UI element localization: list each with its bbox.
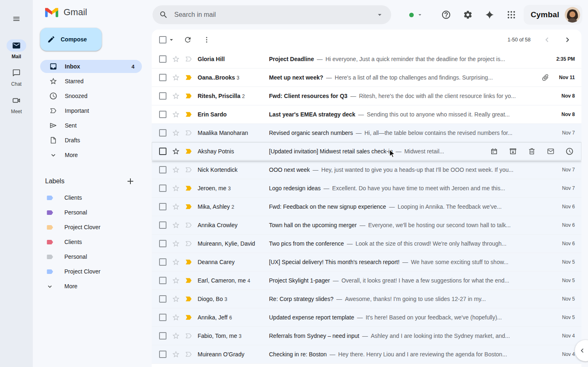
- sidebar-label-project-clover[interactable]: Project Clover: [33, 264, 152, 279]
- email-row[interactable]: Jeroen, me3 Logo redesign ideas—Excellen…: [152, 179, 581, 198]
- sidebar-item-snoozed[interactable]: Snoozed: [40, 89, 142, 103]
- importance-marker-icon[interactable]: [185, 350, 193, 358]
- email-row[interactable]: Oana..Brooks3 Meet up next week?—Here's …: [152, 68, 581, 87]
- gmail-logo[interactable]: Gmail: [33, 0, 152, 18]
- importance-marker-icon[interactable]: [185, 129, 193, 137]
- account-avatar[interactable]: [565, 7, 580, 23]
- star-icon[interactable]: [172, 239, 180, 248]
- importance-marker-icon[interactable]: [185, 55, 193, 63]
- rail-item-meet[interactable]: Meet: [7, 94, 26, 114]
- sidebar-label-personal[interactable]: Personal: [33, 249, 152, 264]
- mark-as-read-icon[interactable]: [547, 147, 555, 155]
- importance-marker-icon[interactable]: [185, 166, 193, 174]
- star-icon[interactable]: [172, 350, 180, 358]
- calendar-icon[interactable]: [490, 147, 498, 155]
- search-options-icon[interactable]: [376, 11, 384, 19]
- select-checkbox[interactable]: [159, 148, 166, 155]
- search-icon[interactable]: [159, 10, 168, 19]
- gemini-button[interactable]: [480, 5, 499, 25]
- select-checkbox[interactable]: [159, 111, 166, 118]
- select-checkbox[interactable]: [159, 277, 166, 284]
- search-input[interactable]: [174, 11, 376, 18]
- star-icon[interactable]: [172, 276, 180, 285]
- email-row[interactable]: Akshay Potnis [Updated invitation] Midwe…: [152, 142, 581, 161]
- select-checkbox[interactable]: [159, 221, 166, 229]
- refresh-button[interactable]: [181, 33, 195, 47]
- email-row[interactable]: Maalika Manoharan Revised organic search…: [152, 124, 581, 142]
- email-row[interactable]: Diogo, Bo3 Re: Corp strategy slides?—Awe…: [152, 290, 581, 308]
- star-icon[interactable]: [172, 147, 180, 155]
- sidebar-label-personal[interactable]: Personal: [33, 205, 152, 220]
- more-options-button[interactable]: [200, 33, 214, 47]
- sidebar-item-more[interactable]: More: [40, 148, 142, 162]
- apps-button[interactable]: [501, 5, 521, 25]
- importance-marker-icon[interactable]: [185, 313, 193, 321]
- select-checkbox[interactable]: [159, 55, 166, 63]
- sidebar-label-clients[interactable]: Clients: [33, 235, 152, 249]
- importance-marker-icon[interactable]: [185, 276, 193, 285]
- importance-marker-icon[interactable]: [185, 92, 193, 100]
- sidebar-label-project-clover[interactable]: Project Clover: [33, 220, 152, 235]
- star-icon[interactable]: [172, 203, 180, 211]
- email-row[interactable]: Annika Crowley Town hall on the upcoming…: [152, 216, 581, 235]
- select-checkbox[interactable]: [159, 166, 166, 173]
- importance-marker-icon[interactable]: [185, 221, 193, 229]
- select-all-checkbox[interactable]: [159, 36, 166, 43]
- email-row[interactable]: Deanna Carey [UX] Special delivery! This…: [152, 253, 581, 271]
- sidebar-item-inbox[interactable]: Inbox 4: [40, 60, 142, 73]
- star-icon[interactable]: [172, 332, 180, 340]
- star-icon[interactable]: [172, 55, 180, 63]
- importance-marker-icon[interactable]: [185, 203, 193, 211]
- star-icon[interactable]: [172, 110, 180, 119]
- star-icon[interactable]: [172, 295, 180, 303]
- star-icon[interactable]: [172, 184, 180, 192]
- select-checkbox[interactable]: [159, 74, 166, 81]
- importance-marker-icon[interactable]: [185, 295, 193, 303]
- select-checkbox[interactable]: [159, 314, 166, 321]
- availability-status[interactable]: [409, 11, 423, 18]
- select-checkbox[interactable]: [159, 295, 166, 303]
- sidebar-item-important[interactable]: Important: [40, 104, 142, 117]
- archive-icon[interactable]: [509, 147, 517, 155]
- star-icon[interactable]: [172, 313, 180, 321]
- email-row[interactable]: Mika, Ashley2 Fwd: Feedback on the new s…: [152, 198, 581, 216]
- rail-item-chat[interactable]: Chat: [7, 67, 26, 87]
- email-row[interactable]: Fabio, Tom, me3 Referrals from Sydney – …: [152, 327, 581, 345]
- select-checkbox[interactable]: [159, 203, 166, 210]
- snooze-icon[interactable]: [565, 147, 574, 155]
- select-checkbox[interactable]: [159, 185, 166, 192]
- importance-marker-icon[interactable]: [185, 73, 193, 82]
- sidebar-item-starred[interactable]: Starred: [40, 75, 142, 88]
- email-row[interactable]: Earl, Cameron, me4 Project Skylight 1-pa…: [152, 271, 581, 290]
- importance-marker-icon[interactable]: [185, 239, 193, 248]
- select-options-icon[interactable]: [168, 36, 175, 43]
- email-row[interactable]: Ritesh, Priscilla2 Fwd: Client resources…: [152, 87, 581, 105]
- select-checkbox[interactable]: [159, 240, 166, 247]
- select-checkbox[interactable]: [159, 332, 166, 340]
- delete-icon[interactable]: [528, 147, 536, 155]
- select-checkbox[interactable]: [159, 351, 166, 358]
- star-icon[interactable]: [172, 129, 180, 137]
- older-page-button[interactable]: [563, 36, 572, 44]
- star-icon[interactable]: [172, 73, 180, 82]
- select-checkbox[interactable]: [159, 258, 166, 266]
- sidebar-label-clients[interactable]: Clients: [33, 190, 152, 205]
- select-checkbox[interactable]: [159, 92, 166, 100]
- search-bar[interactable]: [153, 5, 391, 24]
- importance-marker-icon[interactable]: [185, 147, 193, 155]
- star-icon[interactable]: [172, 258, 180, 266]
- select-checkbox[interactable]: [159, 129, 166, 137]
- importance-marker-icon[interactable]: [185, 110, 193, 119]
- main-menu-button[interactable]: [7, 9, 26, 29]
- star-icon[interactable]: [172, 221, 180, 229]
- settings-button[interactable]: [458, 5, 478, 25]
- support-button[interactable]: [436, 5, 456, 25]
- compose-button[interactable]: Compose: [40, 28, 102, 51]
- newer-page-button[interactable]: [543, 36, 551, 44]
- email-row[interactable]: Muireann O'Grady Checking in re: Boston—…: [152, 345, 581, 364]
- create-label-button[interactable]: [125, 176, 135, 186]
- sidebar-label-more[interactable]: More: [33, 279, 152, 294]
- email-row[interactable]: Nick Kortendick OOO next week—Hey, just …: [152, 161, 581, 179]
- email-row[interactable]: Gloria Hill Project Deadline—Hi everyone…: [152, 50, 581, 68]
- star-icon[interactable]: [172, 92, 180, 100]
